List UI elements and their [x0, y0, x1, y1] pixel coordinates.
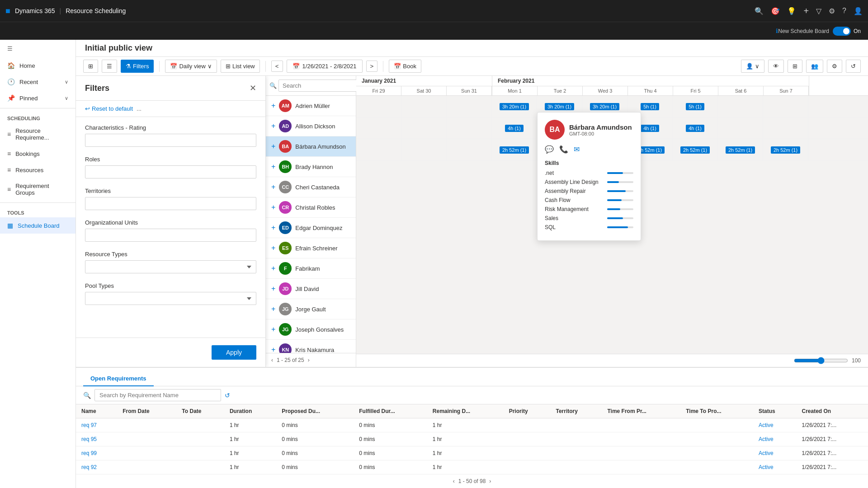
resource-next-button[interactable]: ›	[308, 357, 310, 363]
resource-add-icon[interactable]: +	[271, 244, 275, 252]
list-item[interactable]: + AM Adrien Müller	[266, 96, 356, 116]
calendar-cell[interactable]: 2h 52m (1)	[763, 139, 808, 161]
resource-add-icon[interactable]: +	[271, 183, 275, 191]
next-date-button[interactable]: >	[366, 61, 378, 72]
sidebar-item-home[interactable]: 🏠 Home	[0, 57, 75, 74]
list-item[interactable]: + JG Joseph Gonsalves	[266, 319, 356, 340]
booking-chip[interactable]: 2h 52m (1)	[680, 146, 710, 154]
list-item[interactable]: + BA Bárbara Amundson	[266, 136, 356, 157]
calendar-cell[interactable]: 3h 20m (1)	[492, 96, 537, 117]
table-cell[interactable]: Active	[753, 446, 796, 460]
status-badge[interactable]: Active	[759, 436, 774, 442]
date-range-selector[interactable]: 📅 1/26/2021 - 2/8/2021	[287, 60, 363, 73]
table-cell[interactable]: Active	[753, 418, 796, 432]
plus-icon[interactable]: +	[803, 6, 809, 16]
table-cell[interactable]: req 99	[76, 446, 117, 460]
status-badge[interactable]: Active	[759, 450, 774, 456]
booking-chip[interactable]: 3h 20m (1)	[545, 103, 574, 110]
resource-add-icon[interactable]: +	[271, 102, 275, 110]
chat-icon[interactable]: 💬	[545, 145, 554, 154]
resource-add-icon[interactable]: +	[271, 203, 275, 211]
lightbulb-icon[interactable]: 💡	[787, 7, 796, 15]
list-item[interactable]: + CR Christal Robles	[266, 197, 356, 218]
table-cell[interactable]: req 92	[76, 460, 117, 474]
calendar-cell[interactable]: 5h (1)	[673, 96, 718, 117]
table-cell[interactable]: Active	[753, 460, 796, 474]
roles-input[interactable]	[85, 165, 256, 178]
zoom-slider[interactable]	[794, 357, 848, 364]
list-item[interactable]: + AD Allison Dickson	[266, 116, 356, 136]
sidebar-item-req-groups[interactable]: ≡ Requirement Groups	[0, 178, 75, 201]
status-badge[interactable]: Active	[759, 464, 774, 470]
booking-chip[interactable]: 2h 52m (1)	[500, 146, 529, 154]
resource-add-icon[interactable]: +	[271, 224, 275, 232]
pool-types-select[interactable]	[85, 292, 256, 305]
resource-add-icon[interactable]: +	[271, 142, 275, 150]
list-item[interactable]: + KN Kris Nakamura	[266, 340, 356, 353]
list-item[interactable]: + ED Edgar Dominquez	[266, 218, 356, 238]
reset-to-default-button[interactable]: ↩ Reset to default	[85, 105, 133, 112]
phone-icon[interactable]: 📞	[559, 145, 568, 154]
booking-chip[interactable]: 2h 52m (1)	[726, 146, 755, 154]
hamburger-button[interactable]: ☰	[0, 40, 75, 57]
list-item[interactable]: + BH Brady Hannon	[266, 157, 356, 177]
req-prev-button[interactable]: ‹	[453, 478, 455, 484]
characteristics-input[interactable]	[85, 134, 256, 147]
resource-add-icon[interactable]: +	[271, 305, 275, 313]
prev-date-button[interactable]: <	[271, 61, 283, 72]
table-cell[interactable]: req 97	[76, 418, 117, 432]
resource-add-icon[interactable]: +	[271, 163, 275, 171]
req-name-link[interactable]: req 92	[81, 464, 97, 470]
req-next-button[interactable]: ›	[489, 478, 491, 484]
help-icon[interactable]: ?	[842, 7, 846, 15]
filters-button[interactable]: ⚗ Filters	[121, 60, 154, 73]
booking-chip[interactable]: 5h (1)	[686, 103, 704, 110]
filter-more-button[interactable]: ...	[137, 105, 142, 112]
search-icon[interactable]: 🔍	[755, 7, 764, 15]
settings-btn-toolbar[interactable]: ⚙	[827, 60, 842, 73]
calendar-cell[interactable]: 2h 52m (1)	[673, 139, 718, 161]
booking-chip[interactable]: 4h (1)	[686, 125, 704, 132]
sidebar-item-resources[interactable]: ≡ Resources	[0, 162, 75, 178]
list-item[interactable]: + JG Jorge Gault	[266, 299, 356, 319]
resource-btn[interactable]: 👤 ∨	[741, 60, 764, 73]
email-icon[interactable]: ✉	[574, 145, 580, 154]
visibility-btn[interactable]: 👁	[768, 60, 784, 73]
table-cell[interactable]: Active	[753, 432, 796, 446]
columns-btn[interactable]: ⊞	[788, 60, 802, 73]
req-name-link[interactable]: req 99	[81, 450, 97, 456]
resource-add-icon[interactable]: +	[271, 346, 275, 353]
daily-view-button[interactable]: 📅 Daily view ∨	[165, 60, 217, 73]
person-btn[interactable]: 👥	[806, 60, 823, 73]
calendar-cell[interactable]: 2h 52m (1)	[718, 139, 763, 161]
calendar-cell[interactable]: 4h (1)	[673, 117, 718, 139]
apply-button[interactable]: Apply	[212, 345, 256, 360]
booking-chip[interactable]: 4h (1)	[641, 125, 659, 132]
list-view-icon-button[interactable]: ☰	[102, 60, 117, 73]
list-item[interactable]: + F Fabrikam	[266, 258, 356, 279]
resource-prev-button[interactable]: ‹	[271, 357, 273, 363]
resource-add-icon[interactable]: +	[271, 122, 275, 130]
new-schedule-toggle[interactable]	[833, 27, 851, 36]
bottom-refresh-icon[interactable]: ↺	[225, 392, 230, 399]
resource-add-icon[interactable]: +	[271, 325, 275, 333]
booking-chip[interactable]: 4h (1)	[505, 125, 524, 132]
book-button[interactable]: 📅 Book	[389, 60, 421, 73]
list-view-button[interactable]: ⊞ List view	[221, 60, 260, 73]
bottom-search-input[interactable]	[94, 389, 221, 401]
target-icon[interactable]: 🎯	[771, 7, 780, 15]
sidebar-item-resource-req[interactable]: ≡ Resource Requireme...	[0, 123, 75, 145]
resource-search-input[interactable]	[278, 80, 363, 92]
booking-chip[interactable]: 3h 20m (1)	[590, 103, 619, 110]
req-name-link[interactable]: req 95	[81, 436, 97, 442]
list-item[interactable]: + CC Cheri Castaneda	[266, 177, 356, 197]
calendar-cell[interactable]: 2h 52m (1)	[492, 139, 537, 161]
resource-add-icon[interactable]: +	[271, 264, 275, 272]
filter-icon[interactable]: ▽	[816, 7, 821, 15]
resource-types-select[interactable]	[85, 260, 256, 273]
sidebar-item-recent[interactable]: 🕐 Recent ∨	[0, 74, 75, 90]
status-badge[interactable]: Active	[759, 422, 774, 428]
list-item[interactable]: + ES Efrain Schreiner	[266, 238, 356, 258]
table-cell[interactable]: req 95	[76, 432, 117, 446]
booking-chip[interactable]: 3h 20m (1)	[500, 103, 529, 110]
